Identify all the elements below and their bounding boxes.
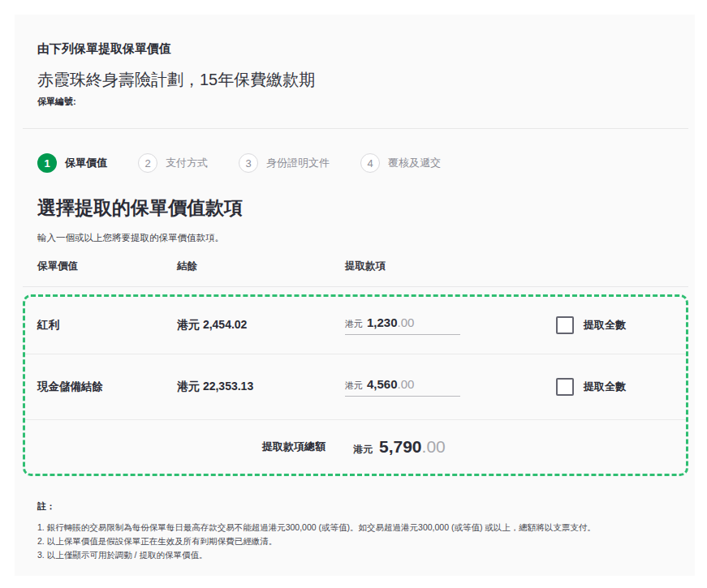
- withdraw-all-checkbox[interactable]: [556, 378, 574, 396]
- table-header-divider: [23, 286, 688, 287]
- input-amount-decimal: .00: [398, 377, 415, 391]
- step-2-indicator: 2: [138, 153, 157, 173]
- step-3-label: 身份證明文件: [266, 156, 330, 170]
- row-input-cell: 港元 4,560 .00: [345, 377, 556, 397]
- step-1-indicator: 1: [37, 153, 57, 173]
- footnotes: 註： 1. 銀行轉賬的交易限制為每份保單每日最高存款交易不能超過港元300,00…: [37, 500, 672, 562]
- withdrawal-card: 由下列保單提取保單價值 赤霞珠終身壽險計劃，15年保費繳款期 保單編號: 1 保…: [15, 15, 695, 576]
- footnote: 2. 以上保單價值是假設保單正在生效及所有到期保費已經繳清。: [37, 534, 672, 548]
- step-3-indicator: 3: [239, 153, 258, 173]
- total-currency: 港元: [353, 443, 373, 457]
- balance-currency: 港元: [177, 380, 200, 393]
- row-balance-dividend: 港元 2,454.02: [177, 318, 345, 333]
- footnote: 1. 銀行轉賬的交易限制為每份保單每日最高存款交易不能超過港元300,000 (…: [37, 521, 672, 534]
- input-amount-decimal: .00: [398, 315, 415, 329]
- page-subtitle: 由下列保單提取保單價值: [37, 41, 672, 56]
- footnotes-title: 註：: [37, 500, 672, 512]
- withdrawal-selection-box: 紅利 港元 2,454.02 港元 1,230 .00 提取全數 現金儲備結餘: [23, 294, 688, 476]
- row-name-dividend: 紅利: [37, 318, 177, 333]
- row-balance-cash-reserve: 港元 22,353.13: [177, 380, 345, 394]
- section-title: 選擇提取的保單價值款項: [37, 195, 695, 220]
- withdrawal-amount-input-cash-reserve[interactable]: 港元 4,560 .00: [345, 377, 460, 397]
- step-review-submit: 4 覆核及遞交: [360, 153, 441, 173]
- step-payment-method: 2 支付方式: [138, 153, 208, 173]
- input-currency-prefix: 港元: [345, 380, 363, 392]
- step-4-indicator: 4: [360, 153, 380, 173]
- table-row: 紅利 港元 2,454.02 港元 1,230 .00 提取全數: [25, 297, 686, 354]
- withdrawal-amount-input-dividend[interactable]: 港元 1,230 .00: [345, 315, 460, 335]
- input-amount-integer: 4,560: [367, 377, 398, 391]
- step-2-label: 支付方式: [166, 156, 208, 170]
- header-divider: [23, 128, 688, 129]
- balance-value: 22,353.13: [203, 380, 253, 393]
- table-row: 現金儲備結餘 港元 22,353.13 港元 4,560 .00 提取全數: [25, 354, 686, 419]
- withdraw-all-label: 提取全數: [584, 318, 626, 333]
- total-amount: 港元 5,790 .00: [353, 437, 446, 457]
- policy-number-label: 保單編號:: [37, 97, 672, 107]
- page-header: 由下列保單提取保單價值 赤霞珠終身壽險計劃，15年保費繳款期 保單編號:: [15, 15, 695, 107]
- row-name-cash-reserve: 現金儲備結餘: [37, 380, 177, 394]
- section-subtitle: 輸入一個或以上您將要提取的保單價值款項。: [37, 232, 695, 243]
- withdraw-all-label: 提取全數: [584, 380, 626, 394]
- withdraw-all-control-dividend[interactable]: 提取全數: [556, 316, 626, 334]
- input-currency-prefix: 港元: [345, 318, 363, 330]
- column-header-balance: 結餘: [177, 260, 345, 273]
- total-amount-integer: 5,790: [379, 437, 422, 457]
- balance-value: 2,454.02: [203, 318, 248, 331]
- step-policy-value: 1 保單價值: [37, 153, 107, 173]
- balance-currency: 港元: [177, 318, 200, 331]
- step-identity-documents: 3 身份證明文件: [239, 153, 330, 173]
- footnote: 3. 以上僅顯示可用於調動 / 提取的保單價值。: [37, 548, 672, 562]
- column-header-policy-value: 保單價值: [37, 260, 177, 273]
- progress-stepper: 1 保單價值 2 支付方式 3 身份證明文件 4 覆核及遞交: [37, 153, 695, 173]
- withdraw-all-control-cash-reserve[interactable]: 提取全數: [556, 378, 626, 396]
- product-title: 赤霞珠終身壽險計劃，15年保費繳款期: [37, 69, 672, 90]
- total-label: 提取款項總額: [262, 440, 325, 454]
- row-input-cell: 港元 1,230 .00: [345, 315, 556, 335]
- step-4-label: 覆核及遞交: [388, 156, 441, 170]
- total-row: 提取款項總額 港元 5,790 .00: [25, 420, 686, 474]
- withdraw-all-checkbox[interactable]: [556, 316, 574, 334]
- step-1-label: 保單價值: [65, 156, 107, 170]
- column-header-withdrawal-amount: 提取款項: [345, 260, 556, 273]
- table-header-row: 保單價值 結餘 提取款項: [37, 260, 695, 273]
- total-amount-decimal: .00: [422, 437, 446, 457]
- input-amount-integer: 1,230: [367, 315, 398, 329]
- footnotes-list: 1. 銀行轉賬的交易限制為每份保單每日最高存款交易不能超過港元300,000 (…: [37, 521, 672, 562]
